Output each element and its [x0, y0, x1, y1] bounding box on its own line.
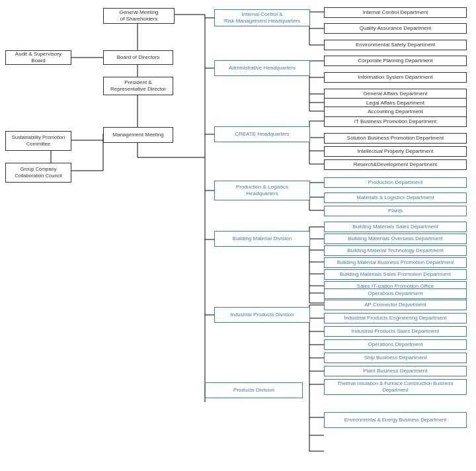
- node-general-meeting: General Meeting of Shareholders: [103, 8, 175, 24]
- node-dept-ip-operations: Operations Department: [324, 339, 467, 350]
- node-dept-plant-biz: Plant Business Department: [324, 366, 467, 376]
- node-dept-plants: Plants: [324, 206, 467, 216]
- node-dept-bm-sales: Building Materials Sales Department: [324, 222, 467, 232]
- node-dept-ap-connector: AP Connector Department: [324, 300, 467, 310]
- node-dept-quality: Quality Assurance Department: [324, 23, 467, 34]
- org-chart: General Meeting of Shareholders Audit & …: [5, 5, 471, 466]
- node-board: Board of Directors: [103, 50, 173, 65]
- node-dept-bm-sales-promo: Building Materials Sales Promotion Depar…: [324, 269, 467, 280]
- node-dept-env-safety: Environmental Safety Department: [324, 40, 467, 50]
- node-dept-env-energy: Environmental & Energy Business Departme…: [324, 412, 467, 428]
- node-dept-ip-engineering: Industrial Products Engineering Departme…: [324, 313, 467, 323]
- node-internal-control-hq: Internal Control & Risk Management Headq…: [214, 9, 310, 26]
- node-dept-accounting: Accounting Department: [324, 107, 467, 117]
- node-audit: Audit & Supervisory Board: [5, 50, 71, 65]
- node-industrial-div: Industrial Products Division: [214, 307, 310, 323]
- node-create-hq: CREATE Headquarters: [214, 126, 310, 142]
- node-dept-ip-sales: Industrial Products Sales Department: [324, 326, 467, 337]
- node-dept-info-system: Information System Department: [324, 72, 467, 83]
- node-products-div: Products Division: [205, 382, 303, 398]
- node-dept-ship: Ship Business Department: [324, 353, 467, 363]
- node-dept-corp-planning: Corporate Planning Department: [324, 56, 467, 66]
- node-management: Management Meeting: [103, 127, 173, 143]
- node-dept-thermal: Thermal Insulation & Furnace Constructio…: [324, 379, 467, 395]
- node-dept-operations-bm: Operations Department: [324, 288, 467, 299]
- node-dept-it-biz: IT Business Promotion Department: [324, 116, 467, 127]
- node-dept-bm-tech: Building Material Technology Department: [324, 245, 467, 256]
- node-dept-internal-control: Internal Control Department: [324, 7, 467, 18]
- node-dept-production: Production Department: [324, 177, 467, 188]
- node-production-hq: Production & Logistics Headquarters: [214, 181, 310, 200]
- node-building-div: Building Material Division: [214, 231, 310, 247]
- node-group-company: Group Company Collaboration Council: [5, 163, 71, 183]
- node-dept-solution: Solution Business Promotion Department: [324, 133, 467, 144]
- node-sustainability: Sustainability Promotion Committee: [5, 131, 71, 151]
- node-dept-intellectual: Intellectual Property Department: [324, 146, 467, 157]
- node-dept-materials: Materials & Logistics Department: [324, 193, 467, 203]
- node-dept-bm-overseas: Building Materials Overseas Department: [324, 234, 467, 244]
- node-dept-bm-promotion: Building Material Business Promotion Dep…: [324, 257, 467, 268]
- node-dept-research: Reserch&Development Department: [324, 159, 467, 170]
- node-admin-hq: Administrative Headquarters: [214, 60, 310, 76]
- node-president: President & Representative Director: [103, 77, 173, 95]
